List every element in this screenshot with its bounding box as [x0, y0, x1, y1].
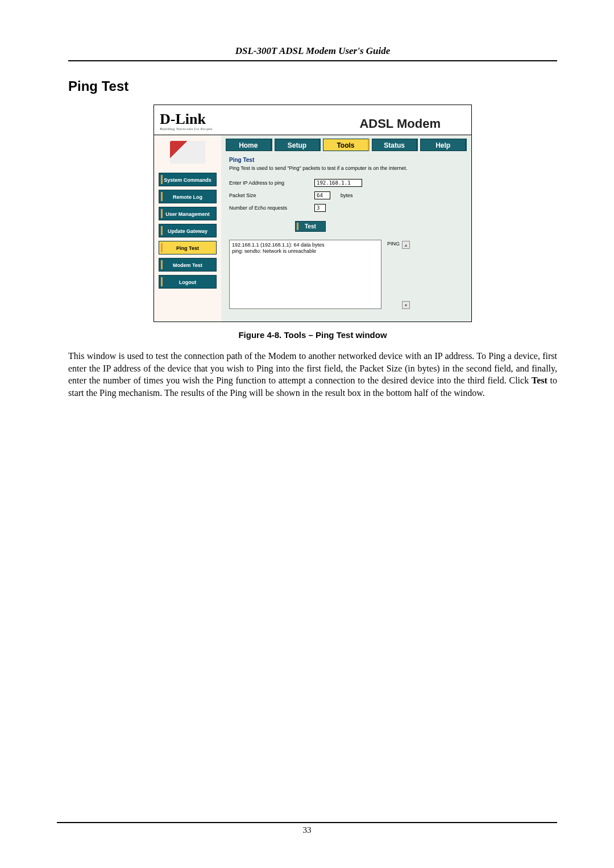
tab-row: Home Setup Tools Status Help — [221, 135, 471, 157]
section-title: Ping Test — [229, 157, 463, 163]
sidebar-item-user-management[interactable]: User Management — [159, 207, 217, 220]
footer-rule — [57, 822, 557, 823]
figure-caption: Figure 4-8. Tools – Ping Test window — [68, 330, 557, 340]
sidebar: System Commands Remote Log User Manageme… — [154, 135, 221, 322]
row-ip: Enter IP Address to ping — [229, 179, 463, 187]
sidebar-item-remote-log[interactable]: Remote Log — [159, 190, 217, 203]
row-echo-requests: Number of Echo requests — [229, 204, 463, 212]
result-line: ping: sendto: Network is unreachable — [232, 248, 379, 254]
ip-input[interactable] — [314, 179, 362, 187]
brand-tagline: Building Networks for People — [160, 127, 213, 131]
brand-logo-text: D-Link — [160, 111, 213, 128]
page-number: 33 — [57, 825, 557, 835]
echo-input[interactable] — [314, 204, 326, 212]
ip-label: Enter IP Address to ping — [229, 180, 314, 186]
tab-tools[interactable]: Tools — [323, 139, 370, 151]
ping-header-label: PING — [387, 241, 400, 249]
section-description: Ping Test is used to send "Ping" packets… — [229, 165, 463, 171]
guide-header: DSL-300T ADSL Modem User's Guide — [68, 45, 557, 60]
result-line: 192.168.1.1 (192.168.1.1): 64 data bytes — [232, 242, 379, 248]
main-inner: Ping Test Ping Test is used to send "Pin… — [221, 157, 471, 322]
result-area: 192.168.1.1 (192.168.1.1): 64 data bytes… — [229, 240, 463, 309]
scroll-up-icon[interactable]: ▴ — [402, 241, 410, 249]
packet-size-unit: bytes — [341, 193, 353, 198]
tab-status[interactable]: Status — [372, 139, 418, 151]
packet-size-label: Packet Size — [229, 193, 314, 198]
scroll-down-icon[interactable]: ▾ — [402, 301, 410, 309]
body-text-pre: This window is used to test the connecti… — [68, 351, 557, 385]
screenshot-container: D-Link Building Networks for People ADSL… — [154, 105, 472, 322]
row-packet-size: Packet Size bytes — [229, 191, 463, 199]
main-panel: Home Setup Tools Status Help Ping Test P… — [221, 135, 471, 322]
tab-setup[interactable]: Setup — [275, 139, 321, 151]
page-title: Ping Test — [68, 78, 557, 94]
sidebar-item-logout[interactable]: Logout — [159, 275, 217, 289]
sidebar-illustration — [170, 141, 205, 164]
tab-home[interactable]: Home — [226, 139, 272, 151]
header-rule — [68, 60, 557, 61]
sidebar-item-system-commands[interactable]: System Commands — [159, 173, 217, 186]
brand-block: D-Link Building Networks for People — [160, 111, 213, 131]
body-text-bold: Test — [532, 375, 547, 385]
sidebar-item-ping-test[interactable]: Ping Test — [159, 241, 217, 254]
screenshot-header: D-Link Building Networks for People ADSL… — [154, 105, 471, 135]
page-footer: 33 — [57, 822, 557, 835]
sidebar-item-update-gateway[interactable]: Update Gateway — [159, 224, 217, 237]
screenshot-body: System Commands Remote Log User Manageme… — [154, 135, 471, 322]
sidebar-item-modem-test[interactable]: Modem Test — [159, 258, 217, 272]
product-title: ADSL Modem — [359, 116, 441, 131]
tab-help[interactable]: Help — [420, 139, 467, 151]
echo-label: Number of Echo requests — [229, 205, 314, 211]
body-paragraph: This window is used to test the connecti… — [68, 350, 557, 399]
test-button[interactable]: Test — [295, 221, 326, 232]
result-textarea[interactable]: 192.168.1.1 (192.168.1.1): 64 data bytes… — [229, 240, 381, 309]
packet-size-input[interactable] — [314, 191, 330, 199]
